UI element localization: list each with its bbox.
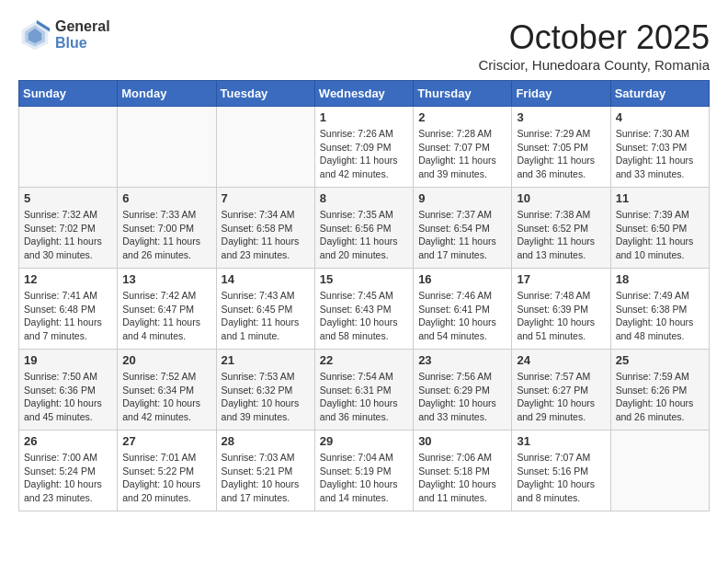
day-info-line: and 29 minutes. xyxy=(517,411,586,422)
logo: General Blue xyxy=(18,18,110,52)
day-info-line: Daylight: 11 hours xyxy=(517,236,595,247)
day-info-line: Sunset: 6:32 PM xyxy=(222,385,293,396)
day-number: 29 xyxy=(320,434,408,448)
calendar-cell: 7Sunrise: 7:34 AMSunset: 6:58 PMDaylight… xyxy=(216,188,314,269)
day-info-line: Daylight: 10 hours xyxy=(122,397,200,408)
day-number: 20 xyxy=(122,353,210,367)
day-info-line: Sunrise: 7:34 AM xyxy=(222,209,295,220)
calendar-cell: 24Sunrise: 7:57 AMSunset: 6:27 PMDayligh… xyxy=(512,350,610,431)
day-number: 15 xyxy=(320,272,408,286)
day-info-line: Sunrise: 7:26 AM xyxy=(320,128,393,139)
day-number: 4 xyxy=(616,110,704,124)
day-info: Sunrise: 7:04 AMSunset: 5:19 PMDaylight:… xyxy=(320,451,408,505)
day-info-line: Sunset: 7:00 PM xyxy=(122,223,194,234)
day-info-line: Sunset: 6:56 PM xyxy=(320,223,392,234)
day-info-line: and 14 minutes. xyxy=(320,492,389,503)
day-number: 10 xyxy=(517,191,605,205)
calendar-cell: 25Sunrise: 7:59 AMSunset: 6:26 PMDayligh… xyxy=(610,350,709,431)
day-info-line: and 7 minutes. xyxy=(24,330,87,341)
col-thursday: Thursday xyxy=(414,81,512,107)
day-info-line: and 58 minutes. xyxy=(320,330,389,341)
calendar-cell: 14Sunrise: 7:43 AMSunset: 6:45 PMDayligh… xyxy=(216,269,314,350)
day-number: 3 xyxy=(517,110,605,124)
day-info-line: Sunset: 6:43 PM xyxy=(320,304,392,315)
day-info: Sunrise: 7:42 AMSunset: 6:47 PMDaylight:… xyxy=(122,289,210,343)
day-number: 13 xyxy=(122,272,210,286)
day-number: 26 xyxy=(24,434,112,448)
calendar-cell xyxy=(19,107,118,188)
day-info-line: and 23 minutes. xyxy=(222,249,290,260)
day-number: 22 xyxy=(320,353,408,367)
day-info-line: and 42 minutes. xyxy=(122,411,191,422)
day-info-line: and 33 minutes. xyxy=(616,168,685,179)
calendar-week-1: 1Sunrise: 7:26 AMSunset: 7:09 PMDaylight… xyxy=(19,107,710,188)
day-info-line: Sunset: 6:27 PM xyxy=(517,385,588,396)
day-info-line: Sunset: 6:47 PM xyxy=(122,304,194,315)
location-subtitle: Criscior, Hunedoara County, Romania xyxy=(478,57,710,73)
day-info-line: and 39 minutes. xyxy=(418,168,487,179)
day-number: 31 xyxy=(517,434,605,448)
day-number: 30 xyxy=(418,434,506,448)
day-info-line: Daylight: 10 hours xyxy=(517,478,595,489)
day-info: Sunrise: 7:30 AMSunset: 7:03 PMDaylight:… xyxy=(616,127,704,181)
day-info-line: Daylight: 10 hours xyxy=(222,478,300,489)
day-info-line: Sunrise: 7:07 AM xyxy=(517,452,590,463)
day-info-line: Sunrise: 7:41 AM xyxy=(24,290,97,301)
day-number: 27 xyxy=(122,434,210,448)
day-info-line: Sunset: 6:41 PM xyxy=(418,304,490,315)
calendar-cell: 30Sunrise: 7:06 AMSunset: 5:18 PMDayligh… xyxy=(414,431,512,511)
day-info-line: Daylight: 10 hours xyxy=(517,397,595,408)
day-info-line: Sunset: 6:36 PM xyxy=(24,385,96,396)
day-number: 9 xyxy=(418,191,506,205)
day-info-line: Daylight: 10 hours xyxy=(122,478,200,489)
calendar-cell: 18Sunrise: 7:49 AMSunset: 6:38 PMDayligh… xyxy=(610,269,709,350)
day-info-line: Sunrise: 7:38 AM xyxy=(517,209,590,220)
day-info-line: and 42 minutes. xyxy=(320,168,389,179)
day-info-line: Sunset: 7:03 PM xyxy=(616,142,688,153)
day-info-line: Sunrise: 7:45 AM xyxy=(320,290,393,301)
day-info-line: Sunrise: 7:52 AM xyxy=(122,371,196,382)
day-info-line: Sunrise: 7:29 AM xyxy=(517,128,590,139)
day-info: Sunrise: 7:38 AMSunset: 6:52 PMDaylight:… xyxy=(517,208,605,262)
day-info-line: Sunset: 5:18 PM xyxy=(418,465,490,477)
day-info-line: and 51 minutes. xyxy=(517,330,586,341)
day-info: Sunrise: 7:41 AMSunset: 6:48 PMDaylight:… xyxy=(24,289,112,343)
header-row: Sunday Monday Tuesday Wednesday Thursday… xyxy=(19,81,710,107)
day-info: Sunrise: 7:48 AMSunset: 6:39 PMDaylight:… xyxy=(517,289,605,343)
day-info: Sunrise: 7:52 AMSunset: 6:34 PMDaylight:… xyxy=(122,370,210,424)
day-number: 7 xyxy=(222,191,310,205)
calendar-cell: 6Sunrise: 7:33 AMSunset: 7:00 PMDaylight… xyxy=(118,188,216,269)
col-wednesday: Wednesday xyxy=(314,81,413,107)
day-info-line: Sunrise: 7:37 AM xyxy=(418,209,492,220)
day-info-line: and 26 minutes. xyxy=(122,249,191,260)
day-info-line: Sunset: 6:31 PM xyxy=(320,385,392,396)
day-number: 21 xyxy=(222,353,310,367)
day-info-line: Daylight: 11 hours xyxy=(418,236,496,247)
day-info-line: Sunset: 7:05 PM xyxy=(517,142,588,153)
day-info-line: Sunset: 6:34 PM xyxy=(122,385,194,396)
col-saturday: Saturday xyxy=(610,81,709,107)
calendar-week-2: 5Sunrise: 7:32 AMSunset: 7:02 PMDaylight… xyxy=(19,188,710,269)
calendar-cell: 15Sunrise: 7:45 AMSunset: 6:43 PMDayligh… xyxy=(314,269,413,350)
day-info-line: Sunrise: 7:42 AM xyxy=(122,290,196,301)
calendar-body: 1Sunrise: 7:26 AMSunset: 7:09 PMDaylight… xyxy=(19,107,710,511)
day-number: 19 xyxy=(24,353,112,367)
col-monday: Monday xyxy=(118,81,216,107)
day-info: Sunrise: 7:26 AMSunset: 7:09 PMDaylight:… xyxy=(320,127,408,181)
day-info-line: Sunset: 6:26 PM xyxy=(616,385,688,396)
day-info-line: and 17 minutes. xyxy=(222,492,290,503)
day-info-line: Sunrise: 7:39 AM xyxy=(616,209,689,220)
day-info-line: and 45 minutes. xyxy=(24,411,93,422)
calendar-cell: 28Sunrise: 7:03 AMSunset: 5:21 PMDayligh… xyxy=(216,431,314,511)
day-info-line: and 23 minutes. xyxy=(24,492,93,503)
day-info: Sunrise: 7:50 AMSunset: 6:36 PMDaylight:… xyxy=(24,370,112,424)
day-number: 6 xyxy=(122,191,210,205)
calendar-week-5: 26Sunrise: 7:00 AMSunset: 5:24 PMDayligh… xyxy=(19,431,710,511)
day-info-line: and 20 minutes. xyxy=(122,492,191,503)
day-info-line: and 10 minutes. xyxy=(616,249,685,260)
day-info-line: Sunset: 6:29 PM xyxy=(418,385,490,396)
title-block: October 2025 Criscior, Hunedoara County,… xyxy=(478,18,710,73)
day-info-line: Sunrise: 7:01 AM xyxy=(122,452,196,463)
day-info-line: Daylight: 10 hours xyxy=(418,397,496,408)
col-tuesday: Tuesday xyxy=(216,81,314,107)
